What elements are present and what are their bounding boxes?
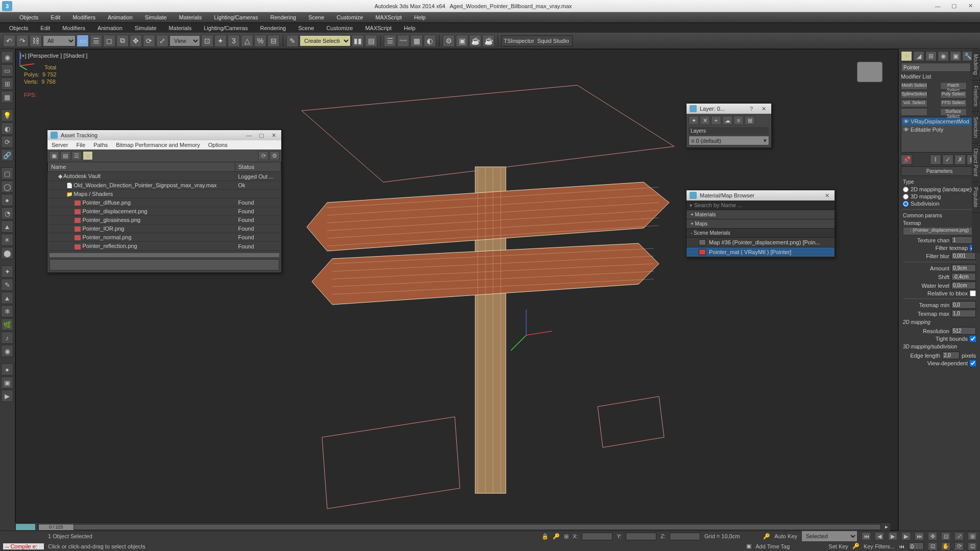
asset-row[interactable]: Pointer_displacement.pngFound xyxy=(48,207,281,216)
panel-maximize[interactable]: ▢ xyxy=(257,131,266,139)
scale-button[interactable]: ⤢ xyxy=(156,35,168,47)
add-time-tag[interactable]: Add Time Tag xyxy=(755,543,790,549)
left-tool-1[interactable]: ◉ xyxy=(1,51,13,63)
menu2-animation[interactable]: Animation xyxy=(92,24,128,32)
mirror-button[interactable]: ▮▮ xyxy=(352,35,364,47)
asset-tb-2[interactable]: ▤ xyxy=(60,151,70,160)
left-tool-3[interactable]: ⊞ xyxy=(1,78,13,90)
left-tool-13[interactable]: ▲ xyxy=(1,220,13,233)
menu-customize[interactable]: Customize xyxy=(331,13,368,21)
menu2-simulate[interactable]: Simulate xyxy=(130,24,162,32)
left-tool-21[interactable]: ♪ xyxy=(1,332,13,344)
selection-filter[interactable]: All xyxy=(43,35,76,46)
tab-freeform[interactable]: Freeform xyxy=(972,81,979,112)
prev-frame-button[interactable]: ◀ xyxy=(875,532,884,540)
layer-manager-button[interactable]: ☰ xyxy=(384,35,396,47)
left-tool-20[interactable]: 🌿 xyxy=(1,318,13,331)
menu-rendering[interactable]: Rendering xyxy=(265,13,301,21)
modify-tab[interactable]: ◢ xyxy=(913,51,924,61)
schematic-view-button[interactable]: ▦ xyxy=(410,35,423,47)
mod-button[interactable]: Surface Select xyxy=(940,108,967,116)
asset-row[interactable]: ◆ Autodesk VaultLogged Out ... xyxy=(48,172,281,181)
menu-scene[interactable]: Scene xyxy=(303,13,329,21)
redo-button[interactable]: ↷ xyxy=(16,35,29,47)
type-radio[interactable] xyxy=(903,201,909,207)
water-level-spinner[interactable] xyxy=(951,282,976,289)
undo-button[interactable]: ↶ xyxy=(3,35,15,47)
material-item[interactable]: Pointer_mat ( VRayMtl ) [Pointer] xyxy=(687,247,835,257)
object-name-input[interactable] xyxy=(901,63,971,72)
menu2-materials[interactable]: Materials xyxy=(164,24,197,32)
left-tool-14[interactable]: ☀ xyxy=(1,234,13,246)
panel-minimize[interactable]: — xyxy=(244,131,254,139)
mod-button[interactable]: Patch Select xyxy=(940,82,967,90)
amount-spinner[interactable] xyxy=(951,264,976,272)
asset-row[interactable]: Pointer_glossiness.pngFound xyxy=(48,216,281,224)
menu2-lighting/cameras[interactable]: Lighting/Cameras xyxy=(199,24,253,32)
minimize-button[interactable]: — xyxy=(930,2,945,11)
layer-btn-2[interactable]: ✕ xyxy=(700,116,710,125)
layer-select[interactable]: ≡ 0 (default)▾ xyxy=(689,136,769,145)
setkey-button[interactable]: Set Key xyxy=(828,543,848,549)
material-search[interactable]: ▾ Search by Name ... xyxy=(687,201,835,210)
display-tab[interactable]: ▣ xyxy=(950,51,961,61)
texmap-min-spinner[interactable] xyxy=(951,301,976,309)
align-button[interactable]: ▤ xyxy=(365,35,377,47)
nav-5[interactable]: ⊡ xyxy=(928,542,937,550)
y-input[interactable] xyxy=(626,533,656,540)
asset-tb-1[interactable]: ▣ xyxy=(49,151,59,160)
modifier-stack-item[interactable]: 👁 VRayDisplacementMod xyxy=(901,117,977,126)
asset-row[interactable]: Pointer_reflection.pngFound xyxy=(48,242,281,251)
hierarchy-tab[interactable]: ⊞ xyxy=(925,51,937,61)
menu-edit[interactable]: Edit xyxy=(45,13,65,21)
layer-btn-1[interactable]: ✦ xyxy=(689,116,699,125)
asset-row[interactable]: Pointer_diffuse.pngFound xyxy=(48,198,281,207)
layers-close[interactable]: ✕ xyxy=(759,105,768,113)
resolution-spinner[interactable] xyxy=(951,327,976,335)
x-input[interactable] xyxy=(582,533,612,540)
menu-simulate[interactable]: Simulate xyxy=(140,13,172,21)
time-slider[interactable]: 0 / 225 ▸ xyxy=(15,522,890,531)
layer-btn-3[interactable]: + xyxy=(711,116,721,125)
curve-editor-button[interactable]: 〰 xyxy=(397,35,409,47)
goto-start-button[interactable]: ⏮ xyxy=(862,532,871,540)
left-tool-18[interactable]: ▲ xyxy=(1,292,13,304)
layer-btn-4[interactable]: ☁ xyxy=(722,116,732,125)
named-selection-combo[interactable]: Create Selection Se xyxy=(300,35,351,46)
menu-animation[interactable]: Animation xyxy=(103,13,138,21)
stack-btn-1[interactable]: Ⅰ xyxy=(930,155,941,165)
pivot-button[interactable]: ⊡ xyxy=(201,35,213,47)
left-tool-6[interactable]: ◐ xyxy=(1,122,13,135)
asset-tb-6[interactable]: ⚙ xyxy=(270,151,280,160)
menu2-customize[interactable]: Customize xyxy=(321,24,358,32)
shift-spinner[interactable] xyxy=(951,273,976,281)
asset-scrollbar[interactable] xyxy=(50,253,279,257)
select-name-button[interactable]: ☰ xyxy=(90,35,102,47)
modifier-stack-item[interactable]: 👁 Editable Poly xyxy=(901,126,977,134)
named-sel-edit-button[interactable]: ✎ xyxy=(286,35,299,47)
render-button[interactable]: ☕ xyxy=(469,35,481,47)
select-object-button[interactable]: ▭ xyxy=(77,35,89,47)
menu-modifiers[interactable]: Modifiers xyxy=(67,13,101,21)
left-tool-17[interactable]: ✎ xyxy=(1,279,13,291)
nav-1[interactable]: ✥ xyxy=(928,532,937,540)
nav-8[interactable]: ⊡ xyxy=(968,542,977,550)
render-frame-button[interactable]: ▣ xyxy=(456,35,468,47)
left-tool-7[interactable]: ⟳ xyxy=(1,136,13,148)
edge-length-spinner[interactable] xyxy=(942,352,960,359)
asset-tb-5[interactable]: ⟳ xyxy=(258,151,268,160)
menu2-scene[interactable]: Scene xyxy=(293,24,319,32)
asset-menu-options[interactable]: Options xyxy=(208,142,228,148)
render-prod-button[interactable]: ☕ xyxy=(482,35,495,47)
left-tool-4[interactable]: ▦ xyxy=(1,91,13,103)
nav-2[interactable]: ⊡ xyxy=(941,532,950,540)
select-rect-button[interactable]: ◻ xyxy=(103,35,115,47)
filter-blur-spinner[interactable] xyxy=(951,252,976,260)
left-tool-25[interactable]: ▶ xyxy=(1,390,13,402)
modifier-stack[interactable]: 👁 VRayDisplacementMod👁 Editable Poly xyxy=(901,117,978,153)
layer-btn-5[interactable]: ≡ xyxy=(733,116,744,125)
angle-snap-toggle[interactable]: △ xyxy=(241,35,253,47)
asset-row[interactable]: Pointer_normal.pngFound xyxy=(48,233,281,242)
layers-help[interactable]: ? xyxy=(747,105,756,113)
z-input[interactable] xyxy=(670,533,700,540)
